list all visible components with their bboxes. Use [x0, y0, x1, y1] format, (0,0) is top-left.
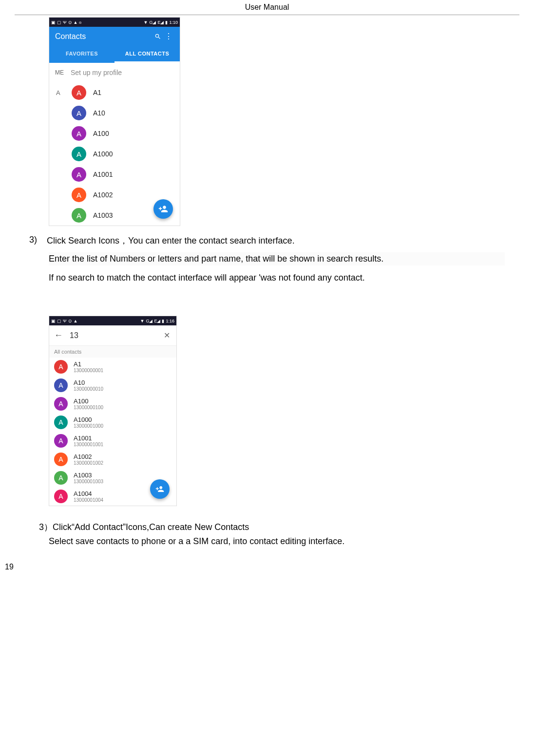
contact-info: A100113000001001: [74, 435, 172, 447]
status-left: ▣ ▢ Ψ ⊙ ▲ ⌾: [51, 20, 81, 25]
contact-name: A1002: [74, 453, 172, 460]
avatar: A: [54, 360, 68, 374]
contact-row[interactable]: AA1013000000010: [49, 376, 176, 395]
search-app-screenshot: ▣ ▢ Ψ ⊙ ▲ ▼ G◢ E◢ ▮ 1:16 ← 13 ✕ All cont…: [49, 316, 177, 506]
contact-name: A1001: [74, 435, 172, 442]
signal-e-icon: E◢: [157, 20, 164, 25]
step3-line1c: an enter the contact search interface.: [150, 236, 294, 246]
contact-number: 13000000100: [74, 405, 172, 410]
step-3: 3) Click Search Icons，You can enter the …: [29, 235, 505, 246]
contact-row[interactable]: AA113000000001: [49, 358, 176, 376]
contact-name: A100: [93, 130, 109, 137]
warning-icon: ▲: [74, 20, 78, 25]
app-title: Contacts: [55, 32, 153, 41]
section-letter: A: [56, 89, 60, 96]
avatar: A: [54, 378, 68, 392]
contact-row[interactable]: AA1000: [49, 144, 180, 164]
me-label: ME: [55, 69, 71, 76]
step3b-line1: Click“Add Contact”Icons,Can create New C…: [53, 522, 249, 532]
contact-name: A1003: [74, 472, 172, 479]
contact-row[interactable]: AA1001: [49, 164, 180, 185]
contact-info: A100013000001000: [74, 416, 172, 429]
contact-name: A1: [93, 89, 101, 96]
clear-icon[interactable]: ✕: [162, 331, 172, 340]
app-header: Contacts ⋮ FAVORITES ALL CONTACTS: [49, 27, 180, 63]
avatar: A: [72, 126, 86, 141]
step-3b: 3）Click“Add Contact”Icons,Can create New…: [39, 521, 505, 548]
contact-number: 13000000001: [74, 368, 172, 373]
contact-row[interactable]: AA100: [49, 123, 180, 144]
avatar: A: [54, 490, 68, 503]
battery-icon: ▮: [165, 20, 168, 25]
screenshot-icon: ▢: [57, 319, 61, 323]
contact-row[interactable]: AA10: [49, 103, 180, 123]
status-right-2: ▼ G◢ E◢ ▮ 1:16: [140, 319, 174, 323]
step3b-prefix: 3）: [39, 522, 53, 532]
search-input[interactable]: 13: [66, 331, 162, 340]
add-contact-fab-2[interactable]: [150, 479, 170, 499]
contact-row[interactable]: AA100113000001001: [49, 432, 176, 450]
debug-icon: ⊙: [68, 319, 72, 323]
signal-e-icon: E◢: [154, 319, 160, 323]
contact-info: A100213000001002: [74, 453, 172, 466]
step3-line2: Enter the list of Numbers or letters and…: [49, 252, 505, 265]
usb-icon: Ψ: [63, 20, 67, 25]
battery-icon: ▮: [162, 319, 164, 323]
avatar: A: [72, 208, 86, 223]
contact-info: A1013000000010: [74, 379, 172, 392]
contact-row[interactable]: AAA1: [49, 82, 180, 103]
sim-icon: ▣: [51, 20, 56, 25]
me-profile-row[interactable]: ME Set up my profile: [49, 63, 180, 82]
step-text: Click Search Icons，You can enter the con…: [47, 235, 505, 246]
contact-number: 13000001001: [74, 442, 172, 447]
search-icon[interactable]: [153, 32, 163, 41]
avatar: A: [54, 397, 68, 411]
usb-icon: Ψ: [63, 319, 67, 323]
avatar: A: [54, 416, 68, 429]
wifi-icon: ▼: [140, 319, 145, 323]
contact-name: A1000: [74, 416, 172, 423]
step3-line3: If no search to match the contact interf…: [49, 271, 505, 284]
step3-line1a: Click Search Icons，: [47, 236, 128, 246]
contact-name: A100: [74, 397, 172, 405]
contact-row[interactable]: AA100213000001002: [49, 450, 176, 469]
avatar: A: [72, 147, 86, 161]
avatar: A: [72, 85, 86, 100]
overflow-menu-icon[interactable]: ⋮: [163, 32, 174, 41]
clock-text: 1:10: [169, 20, 178, 25]
debug-icon: ⊙: [68, 20, 72, 25]
contact-row[interactable]: AA10013000000100: [49, 395, 176, 413]
tab-favorites[interactable]: FAVORITES: [49, 46, 114, 63]
me-text: Set up my profile: [71, 69, 122, 76]
contact-number: 13000001000: [74, 423, 172, 429]
contact-name: A1: [74, 360, 172, 368]
clock-text-2: 1:16: [166, 319, 174, 323]
status-bar-2: ▣ ▢ Ψ ⊙ ▲ ▼ G◢ E◢ ▮ 1:16: [49, 316, 176, 325]
contact-name: A10: [74, 379, 172, 386]
add-contact-fab[interactable]: [153, 199, 173, 219]
status-bar: ▣ ▢ Ψ ⊙ ▲ ⌾ ▼ G◢ E◢ ▮ 1:10: [49, 18, 180, 27]
back-icon[interactable]: ←: [54, 330, 66, 340]
avatar: A: [72, 106, 86, 120]
signal-g-icon: G◢: [146, 319, 153, 323]
screenshot-icon: ▢: [57, 20, 61, 25]
wifi-icon: ▼: [144, 20, 148, 25]
all-contacts-label: All contacts: [49, 346, 176, 358]
page-number: 19: [5, 563, 534, 571]
contact-number: 13000000010: [74, 386, 172, 392]
avatar: A: [54, 434, 68, 448]
contact-name: A1003: [93, 211, 113, 219]
contact-name: A1002: [93, 191, 113, 199]
contact-number: 13000001002: [74, 460, 172, 466]
step-number: 3): [29, 235, 47, 246]
contact-name: A10: [93, 109, 105, 117]
tabs: FAVORITES ALL CONTACTS: [49, 46, 180, 63]
bug-icon: ⌾: [79, 20, 81, 25]
contact-name: A1000: [93, 150, 113, 158]
search-header: ← 13 ✕: [49, 325, 176, 346]
contact-name: A1001: [93, 170, 113, 178]
contact-row[interactable]: AA100013000001000: [49, 413, 176, 432]
tab-all-contacts[interactable]: ALL CONTACTS: [114, 46, 180, 63]
contacts-app-screenshot: ▣ ▢ Ψ ⊙ ▲ ⌾ ▼ G◢ E◢ ▮ 1:10 Contacts ⋮: [49, 17, 180, 226]
avatar: A: [54, 471, 68, 485]
